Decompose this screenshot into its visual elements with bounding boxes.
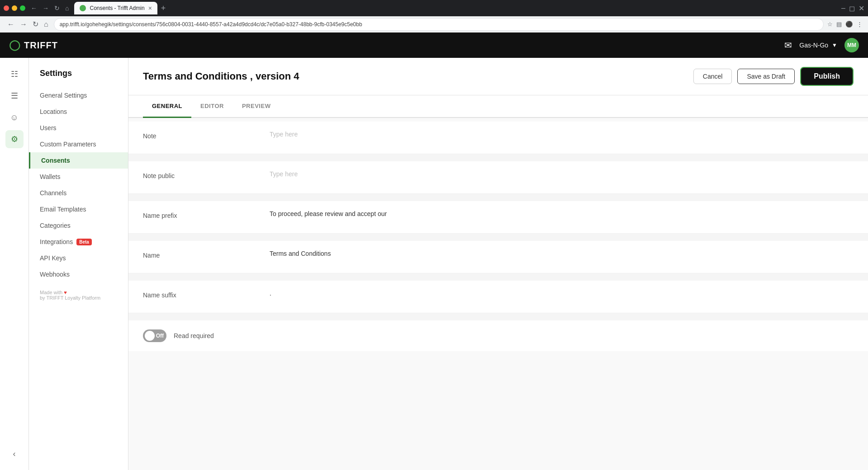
url-text: app.trifft.io/gohehegik/settings/consent… xyxy=(60,21,362,28)
form-row-name-suffix: Name suffix . xyxy=(128,281,868,313)
content-area: Terms and Conditions , version 4 Cancel … xyxy=(128,58,868,470)
browser-chrome: ← → ↻ ⌂ Consents - Trifft Admin × + – ◻ … xyxy=(0,0,868,16)
page-title: Terms and Conditions , version 4 xyxy=(143,70,299,82)
win-close[interactable]: ✕ xyxy=(859,4,864,13)
url-action-icons: ☆ ▤ ⚫ ⋮ xyxy=(827,21,863,28)
form-divider-1 xyxy=(128,154,868,161)
note-input[interactable]: Type here xyxy=(270,131,854,138)
sidebar-icon-settings[interactable]: ⚙ xyxy=(5,130,24,148)
tab-title: Consents - Trifft Admin xyxy=(90,5,144,11)
tab-preview[interactable]: PREVIEW xyxy=(233,95,280,118)
form-divider-5 xyxy=(128,313,868,320)
extensions-icon[interactable]: ▤ xyxy=(836,21,842,28)
avatar[interactable]: MM xyxy=(844,38,859,52)
close-window-btn[interactable] xyxy=(4,5,9,11)
tab-bar: Consents - Trifft Admin × + xyxy=(74,2,838,14)
main-content: ☷ ☰ ☺ ⚙ ‹ Settings General Settings Loca… xyxy=(0,58,868,470)
win-restore[interactable]: ◻ xyxy=(849,4,855,13)
addr-forward[interactable]: → xyxy=(18,18,29,30)
app-header: ◯ TRIFFT ✉ Gas-N-Go ▼ MM xyxy=(0,33,868,58)
app-layout: ◯ TRIFFT ✉ Gas-N-Go ▼ MM ☷ ☰ ☺ ⚙ ‹ xyxy=(0,33,868,470)
addr-home[interactable]: ⌂ xyxy=(42,18,50,30)
form-area: Note Type here Note public Type here Nam xyxy=(128,118,868,355)
addr-reload[interactable]: ↻ xyxy=(31,18,40,30)
sidebar-item-users[interactable]: Users xyxy=(29,120,128,136)
sidebar-icon-document[interactable]: ☰ xyxy=(5,87,24,105)
window-controls xyxy=(4,5,25,11)
header-right: ✉ Gas-N-Go ▼ MM xyxy=(784,38,859,52)
url-input[interactable]: app.trifft.io/gohehegik/settings/consent… xyxy=(54,18,824,31)
beta-badge: Beta xyxy=(76,239,92,245)
sidebar-item-email-templates[interactable]: Email Templates xyxy=(29,201,128,217)
address-bar: ← → ↻ ⌂ app.trifft.io/gohehegik/settings… xyxy=(0,16,868,33)
footer-credit: Made with ♥ by TRIFFT Loyalty Platform xyxy=(29,282,128,308)
form-row-name: Name Terms and Conditions xyxy=(128,241,868,273)
note-public-input[interactable]: Type here xyxy=(270,170,854,178)
back-btn[interactable]: ← xyxy=(29,3,39,14)
tab-close-btn[interactable]: × xyxy=(148,5,152,12)
tab-favicon xyxy=(80,5,86,11)
sidebar-icon-collapse[interactable]: ‹ xyxy=(5,445,24,463)
logo-text: TRIFFT xyxy=(24,40,58,51)
header-actions: Cancel Save as Draft Publish xyxy=(693,67,854,86)
sidebar-item-webhooks[interactable]: Webhooks xyxy=(29,266,128,282)
sidebar-item-categories[interactable]: Categories xyxy=(29,217,128,234)
new-tab-btn[interactable]: + xyxy=(157,4,170,13)
read-required-toggle[interactable]: Off xyxy=(143,329,166,342)
forward-btn[interactable]: → xyxy=(41,3,51,14)
sidebar-icon-smiley[interactable]: ☺ xyxy=(5,108,24,127)
left-nav: Settings General Settings Locations User… xyxy=(29,58,128,470)
sidebar-item-consents[interactable]: Consents xyxy=(29,152,128,169)
form-divider-4 xyxy=(128,273,868,281)
win-minimize[interactable]: – xyxy=(841,4,845,13)
sidebar-item-api-keys[interactable]: API Keys xyxy=(29,250,128,266)
save-draft-button[interactable]: Save as Draft xyxy=(737,69,795,84)
user-profile-icon[interactable]: ⚫ xyxy=(845,21,853,28)
sidebar-item-integrations[interactable]: Integrations Beta xyxy=(29,234,128,250)
form-divider-3 xyxy=(128,234,868,241)
minimize-window-btn[interactable] xyxy=(12,5,17,11)
tab-editor[interactable]: EDITOR xyxy=(191,95,233,118)
icon-sidebar: ☷ ☰ ☺ ⚙ ‹ xyxy=(0,58,29,470)
bookmark-icon[interactable]: ☆ xyxy=(827,21,833,28)
form-row-name-prefix: Name prefix To proceed, please review an… xyxy=(128,201,868,234)
reload-btn[interactable]: ↻ xyxy=(52,3,62,14)
user-menu[interactable]: Gas-N-Go ▼ xyxy=(799,42,837,49)
sidebar-item-channels[interactable]: Channels xyxy=(29,185,128,201)
address-nav: ← → ↻ ⌂ xyxy=(5,18,50,30)
maximize-window-btn[interactable] xyxy=(20,5,25,11)
sidebar-item-locations[interactable]: Locations xyxy=(29,103,128,120)
nav-title: Settings xyxy=(29,69,128,87)
form-row-note-public: Note public Type here xyxy=(128,161,868,194)
addr-back[interactable]: ← xyxy=(5,18,16,30)
sidebar-item-general-settings[interactable]: General Settings xyxy=(29,87,128,103)
publish-button[interactable]: Publish xyxy=(800,67,854,86)
name-prefix-label: Name prefix xyxy=(143,210,270,219)
cancel-button[interactable]: Cancel xyxy=(693,69,732,84)
tab-general[interactable]: GENERAL xyxy=(143,95,191,118)
menu-icon[interactable]: ⋮ xyxy=(857,21,863,28)
note-public-label: Note public xyxy=(143,170,270,179)
toggle-off-label: Off xyxy=(156,333,164,339)
name-suffix-label: Name suffix xyxy=(143,290,270,299)
name-value[interactable]: Terms and Conditions xyxy=(270,250,854,257)
notification-btn[interactable]: ✉ xyxy=(784,40,792,51)
toggle-row-read-required: Off Read required xyxy=(128,320,868,351)
note-label: Note xyxy=(143,131,270,140)
logo-icon: ◯ xyxy=(9,39,20,51)
name-suffix-value[interactable]: . xyxy=(270,290,854,297)
sidebar-icon-grid[interactable]: ☷ xyxy=(5,65,24,83)
name-label: Name xyxy=(143,250,270,259)
sidebar-item-wallets[interactable]: Wallets xyxy=(29,169,128,185)
form-divider-2 xyxy=(128,194,868,201)
active-tab[interactable]: Consents - Trifft Admin × xyxy=(74,2,157,14)
tabs-bar: GENERAL EDITOR PREVIEW xyxy=(128,95,868,118)
toggle-thumb xyxy=(145,331,155,341)
content-header: Terms and Conditions , version 4 Cancel … xyxy=(128,58,868,95)
user-name: Gas-N-Go xyxy=(799,42,828,49)
sidebar-item-custom-parameters[interactable]: Custom Parameters xyxy=(29,136,128,152)
name-prefix-value[interactable]: To proceed, please review and accept our xyxy=(270,210,854,217)
os-window-controls: – ◻ ✕ xyxy=(841,4,864,13)
home-btn[interactable]: ⌂ xyxy=(63,3,71,14)
form-row-note: Note Type here xyxy=(128,122,868,154)
